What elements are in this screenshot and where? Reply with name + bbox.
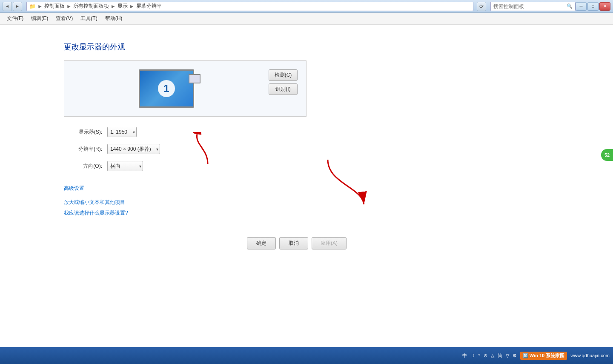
title-bar-left: ◄ ► 📁 ► 控制面板 ► 所有控制面板项 ► 显示 ► 屏幕分辨率 ⟳ 🔍 xyxy=(3,2,576,11)
orientation-label: 方向(O): xyxy=(64,163,102,170)
search-input[interactable] xyxy=(493,3,567,9)
menu-file[interactable]: 文件(F) xyxy=(3,13,27,24)
display-row: 显示器(S): 1. 1950 xyxy=(64,127,160,137)
page-title: 更改显示器的外观 xyxy=(64,42,125,52)
resolution-select-wrapper: 1440 × 900 (推荐) xyxy=(107,144,160,154)
taskbar-icon-gear: ⚙ xyxy=(513,353,517,358)
restore-button[interactable]: □ xyxy=(587,2,599,11)
refresh-button[interactable]: ⟳ xyxy=(477,2,486,11)
menu-edit[interactable]: 编辑(E) xyxy=(28,13,52,24)
resolution-label: 分辨率(R): xyxy=(64,146,102,153)
orientation-select-wrapper: 横向 纵向 横向(翻转) 纵向(翻转) xyxy=(107,161,143,171)
dialog-buttons: 确定 取消 应用(A) xyxy=(64,237,347,249)
cancel-button[interactable]: 取消 xyxy=(279,237,308,249)
breadcrumb: 📁 ► 控制面板 ► 所有控制面板项 ► 显示 ► 屏幕分辨率 xyxy=(26,2,473,11)
taskbar: 中 ☽ ° ⊙ △ 简 ▽ ⚙ 🔟 Win 10 系统家园 www.qdhuaj… xyxy=(0,347,613,364)
settings-form: 显示器(S): 1. 1950 分辨率(R): 1440 × 900 (推荐) xyxy=(64,127,160,178)
monitor-preview: 1 xyxy=(73,69,260,108)
title-bar: ◄ ► 📁 ► 控制面板 ► 所有控制面板项 ► 显示 ► 屏幕分辨率 ⟳ 🔍 … xyxy=(0,0,613,13)
main-content: 更改显示器的外观 1 检测(C) 识别(I) 显示器(S): xyxy=(0,25,613,363)
bottom-divider xyxy=(0,340,613,340)
search-icon[interactable]: 🔍 xyxy=(567,3,573,9)
ok-button[interactable]: 确定 xyxy=(247,237,276,249)
display-select[interactable]: 1. 1950 xyxy=(107,127,137,137)
taskbar-icon-moon: ☽ xyxy=(470,353,475,358)
orientation-select[interactable]: 横向 纵向 横向(翻转) 纵向(翻转) xyxy=(107,161,143,171)
menu-bar: 文件(F) 编辑(E) 查看(V) 工具(T) 帮助(H) xyxy=(0,13,613,25)
taskbar-icon-zhong: 中 xyxy=(462,353,467,359)
display-control: 1. 1950 xyxy=(107,127,137,137)
display-label: 显示器(S): xyxy=(64,129,102,136)
back-button[interactable]: ◄ xyxy=(3,2,12,11)
breadcrumb-part-1[interactable]: 控制面板 xyxy=(44,3,65,10)
detect-button[interactable]: 检测(C) xyxy=(269,69,298,81)
breadcrumb-part-4: 屏幕分辨率 xyxy=(136,3,162,10)
taskbar-logo: 🔟 Win 10 系统家园 xyxy=(520,352,567,360)
breadcrumb-part-2[interactable]: 所有控制面板项 xyxy=(73,3,109,10)
resolution-row: 分辨率(R): 1440 × 900 (推荐) xyxy=(64,144,160,154)
content-area: 更改显示器的外观 1 检测(C) 识别(I) 显示器(S): xyxy=(13,33,600,249)
logo-icon: 🔟 xyxy=(523,353,529,358)
minimize-button[interactable]: ─ xyxy=(576,2,587,11)
resolution-control: 1440 × 900 (推荐) xyxy=(107,144,160,154)
menu-help[interactable]: 帮助(H) xyxy=(102,13,126,24)
resize-link[interactable]: 放大或缩小文本和其他项目 xyxy=(64,199,128,206)
identify-button[interactable]: 识别(I) xyxy=(269,83,298,95)
orientation-row: 方向(O): 横向 纵向 横向(翻转) 纵向(翻转) xyxy=(64,161,160,171)
menu-tools[interactable]: 工具(T) xyxy=(77,13,100,24)
taskbar-right: 中 ☽ ° ⊙ △ 简 ▽ ⚙ 🔟 Win 10 系统家园 www.qdhuaj… xyxy=(462,352,610,360)
taskbar-icon-shirt: ▽ xyxy=(506,353,509,358)
breadcrumb-folder-icon: 📁 xyxy=(29,3,36,9)
search-bar: 🔍 xyxy=(490,2,576,11)
monitor-number: 1 xyxy=(158,80,175,97)
help-link[interactable]: 我应该选择什么显示器设置? xyxy=(64,209,128,217)
monitor-small-screen xyxy=(189,74,201,83)
green-sidebar-button[interactable]: 52 xyxy=(601,149,613,161)
taskbar-icon-triangle: △ xyxy=(491,353,494,358)
breadcrumb-part-3[interactable]: 显示 xyxy=(117,3,128,10)
advanced-row: 高级设置 xyxy=(64,185,118,192)
monitor-screen: 1 xyxy=(139,69,194,108)
monitor-buttons: 检测(C) 识别(I) xyxy=(269,69,298,95)
menu-view[interactable]: 查看(V) xyxy=(52,13,76,24)
taskbar-icon-degree: ° xyxy=(478,353,480,358)
orientation-control: 横向 纵向 横向(翻转) 纵向(翻转) xyxy=(107,161,143,171)
taskbar-icon-jian: 简 xyxy=(498,353,502,359)
advanced-link[interactable]: 高级设置 xyxy=(64,185,84,192)
taskbar-website: www.qdhuajin.com xyxy=(570,353,610,358)
nav-buttons: ◄ ► xyxy=(3,2,22,11)
links-section: 放大或缩小文本和其他项目 我应该选择什么显示器设置? xyxy=(64,199,128,220)
window-controls: ─ □ ✕ xyxy=(576,2,610,11)
close-button[interactable]: ✕ xyxy=(599,2,610,11)
monitor-image[interactable]: 1 xyxy=(139,69,194,108)
forward-button[interactable]: ► xyxy=(13,2,22,11)
resolution-select[interactable]: 1440 × 900 (推荐) xyxy=(107,144,160,154)
logo-brand: Win 10 系统家园 xyxy=(530,353,564,359)
display-select-wrapper: 1. 1950 xyxy=(107,127,137,137)
monitor-panel: 1 检测(C) 识别(I) xyxy=(64,60,306,117)
apply-button[interactable]: 应用(A) xyxy=(312,237,347,249)
taskbar-icon-circle: ⊙ xyxy=(484,353,487,358)
